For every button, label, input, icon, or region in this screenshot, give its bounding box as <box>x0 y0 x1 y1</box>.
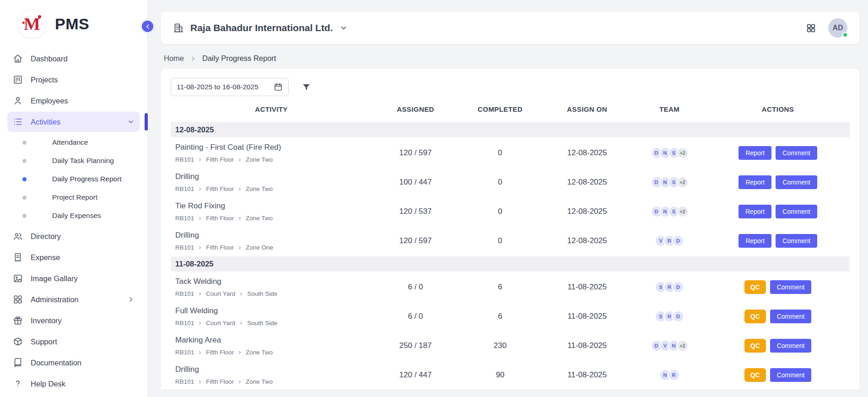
sidebar-item-support[interactable]: Support <box>7 332 140 352</box>
sidebar-subitem-attendance[interactable]: Attendance <box>7 133 140 152</box>
sidebar-item-label: Documentation <box>31 359 81 367</box>
comment-button[interactable]: Comment <box>776 205 817 218</box>
sidebar-item-activities[interactable]: Activities <box>7 112 140 132</box>
chevron-right-icon <box>237 216 242 221</box>
location-segment: Fifth Floor <box>206 185 234 192</box>
team-cell: NR <box>633 369 706 381</box>
sidebar-subitem-daily-task-planning[interactable]: Daily Task Planning <box>7 152 140 170</box>
column-header-assign-on: ASSIGN ON <box>541 105 633 113</box>
sidebar-item-dashboard[interactable]: Dashboard <box>7 49 140 69</box>
actions-cell: ReportComment <box>706 234 850 248</box>
people-icon <box>13 231 23 241</box>
qc-button[interactable]: QC <box>744 368 766 382</box>
comment-button[interactable]: Comment <box>770 368 812 382</box>
activity-location: RB101Fifth FloorZone Two <box>175 156 372 163</box>
breadcrumb: Home Daily Progress Report <box>164 54 859 63</box>
team-avatar-overflow[interactable]: +2 <box>677 176 689 188</box>
comment-button[interactable]: Comment <box>770 339 812 353</box>
sidebar-item-directory[interactable]: Directory <box>7 226 140 246</box>
report-button[interactable]: Report <box>739 175 771 189</box>
team-avatar[interactable]: D <box>672 310 684 322</box>
team-avatar-overflow[interactable]: +2 <box>677 206 689 218</box>
column-header-assigned: ASSIGNED <box>372 105 459 113</box>
sidebar-item-documentation[interactable]: Documentation <box>7 353 140 373</box>
date-range-value[interactable] <box>177 83 269 91</box>
chevron-down-icon <box>127 118 135 125</box>
qc-button[interactable]: QC <box>744 310 766 323</box>
sidebar-item-inventory[interactable]: Inventory <box>7 310 140 331</box>
actions-cell: QCComment <box>706 339 850 353</box>
comment-button[interactable]: Comment <box>770 280 812 294</box>
sidebar-collapse-button[interactable] <box>140 19 155 34</box>
completed-value: 6 <box>459 283 541 292</box>
breadcrumb-home[interactable]: Home <box>164 54 184 63</box>
sidebar-item-image-gallary[interactable]: Image Gallary <box>7 268 140 288</box>
report-button[interactable]: Report <box>739 146 771 160</box>
activity-cell: Painting - First Coat (Fire Red)RB101Fif… <box>171 143 372 163</box>
sidebar-item-label: Employees <box>31 97 68 105</box>
assign-on-value: 12-08-2025 <box>541 178 633 187</box>
table-header: ACTIVITYASSIGNEDCOMPLETEDASSIGN ONTEAMAC… <box>171 96 850 121</box>
logo-text: PMS <box>55 15 89 33</box>
completed-value: 0 <box>459 236 541 245</box>
comment-button[interactable]: Comment <box>776 146 817 160</box>
funnel-icon[interactable] <box>302 82 311 92</box>
sidebar-item-expense[interactable]: Expense <box>7 247 140 267</box>
qc-button[interactable]: QC <box>744 339 766 353</box>
team-cell: DNS+2 <box>633 147 706 159</box>
team-cell: DNS+2 <box>633 176 706 188</box>
chevron-right-icon <box>239 292 243 296</box>
grid-icon <box>13 294 23 305</box>
location-segment: RB101 <box>175 378 194 385</box>
receipt-icon <box>13 252 23 262</box>
avatar[interactable]: AD <box>828 18 847 38</box>
progress-table: ACTIVITYASSIGNEDCOMPLETEDASSIGN ONTEAMAC… <box>171 96 850 390</box>
team-avatar[interactable]: D <box>672 281 684 293</box>
active-indicator <box>145 113 148 131</box>
activity-name: Painting - First Coat (Fire Red) <box>175 143 372 152</box>
location-segment: Zone Two <box>246 185 273 192</box>
chevron-right-icon <box>198 292 202 296</box>
actions-cell: ReportComment <box>706 175 850 189</box>
activity-cell: DrillingRB101Fifth FloorZone Two <box>171 172 372 192</box>
sidebar: M PMS DashboardProjectsEmployeesActiviti… <box>0 0 148 397</box>
sidebar-subitem-daily-progress-report[interactable]: Daily Progress Report <box>7 170 140 188</box>
location-segment: RB101 <box>175 215 194 222</box>
actions-cell: ReportComment <box>706 146 850 160</box>
submenu-item-label: Daily Progress Report <box>52 175 122 183</box>
team-avatar[interactable]: D <box>672 235 684 247</box>
comment-button[interactable]: Comment <box>770 310 812 323</box>
apps-grid-icon[interactable] <box>806 23 816 33</box>
column-header-activity: ACTIVITY <box>171 105 372 113</box>
team-avatar-overflow[interactable]: +2 <box>677 340 689 352</box>
report-button[interactable]: Report <box>739 205 771 218</box>
report-button[interactable]: Report <box>739 234 771 248</box>
submenu-item-label: Attendance <box>52 138 88 147</box>
team-avatar-overflow[interactable]: +2 <box>677 147 689 159</box>
completed-value: 0 <box>459 207 541 216</box>
qc-button[interactable]: QC <box>744 280 766 294</box>
comment-button[interactable]: Comment <box>776 234 817 248</box>
completed-value: 0 <box>459 178 541 187</box>
comment-button[interactable]: Comment <box>776 175 817 189</box>
main-content: Raja Bahadur International Ltd. AD Home … <box>148 0 868 390</box>
location-segment: Fifth Floor <box>206 349 234 356</box>
activity-name: Marking Area <box>175 336 372 345</box>
date-range-input[interactable] <box>171 78 289 96</box>
chevron-right-icon <box>198 245 202 250</box>
company-selector[interactable]: Raja Bahadur International Ltd. <box>173 22 348 33</box>
chevron-right-icon <box>198 350 202 355</box>
team-avatar[interactable]: R <box>668 369 680 381</box>
logo[interactable]: M PMS <box>0 0 147 46</box>
table-row: Painting - First Coat (Fire Red)RB101Fif… <box>171 138 850 168</box>
sidebar-subitem-daily-expenses[interactable]: Daily Expenses <box>7 207 140 225</box>
assigned-value: 120 / 537 <box>372 207 459 216</box>
activity-cell: Tie Rod FixingRB101Fifth FloorZone Two <box>171 201 372 222</box>
sidebar-item-projects[interactable]: Projects <box>7 70 140 90</box>
sidebar-item-help-desk[interactable]: Help Desk <box>7 374 140 394</box>
sidebar-item-administration[interactable]: Administration <box>7 289 140 310</box>
breadcrumb-current: Daily Progress Report <box>202 54 276 63</box>
building-icon <box>173 22 184 33</box>
sidebar-subitem-project-report[interactable]: Project Report <box>7 188 140 207</box>
sidebar-item-employees[interactable]: Employees <box>7 91 140 111</box>
